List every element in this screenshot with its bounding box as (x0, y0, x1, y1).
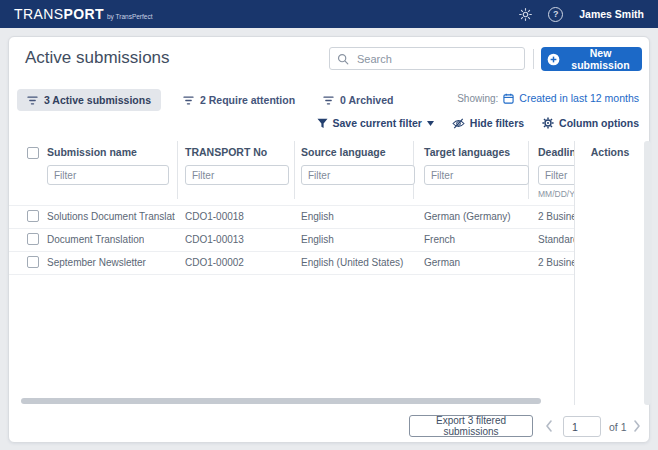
page-number-input[interactable] (563, 416, 601, 437)
hide-filters-button[interactable]: Hide filters (452, 117, 524, 129)
cell-target-languages: German (Germany) (424, 211, 511, 222)
column-separator (177, 141, 178, 199)
chevron-right-icon[interactable] (633, 420, 641, 432)
row-checkbox[interactable] (27, 256, 39, 268)
filter-lines-icon (323, 96, 334, 105)
logo-byline: by TransPerfect (107, 13, 153, 20)
calendar-icon (503, 93, 514, 104)
cell-transport-no: CDO1-00002 (185, 257, 244, 268)
export-button[interactable]: Export 3 filtered submissions (409, 415, 533, 437)
hide-filters-label: Hide filters (470, 117, 524, 129)
question-mark: ? (548, 7, 563, 22)
table-row[interactable]: Solutions Document Translatio... CDO1-00… (9, 206, 651, 229)
table-rows: Solutions Document Translatio... CDO1-00… (9, 205, 651, 275)
tab-label: 3 Active submissions (44, 94, 151, 106)
search-box (329, 47, 525, 70)
filter-input-transport-no[interactable] (185, 165, 289, 185)
filter-lines-icon (183, 96, 194, 105)
new-submission-button[interactable]: New submission (541, 47, 642, 71)
column-header-actions: Actions (575, 146, 645, 158)
top-navbar: TRANSPORT by TransPerfect ? James Smith (0, 0, 658, 28)
filter-input-target-languages[interactable] (424, 165, 529, 185)
cell-deadline: Standard (538, 234, 579, 245)
search-input[interactable] (355, 52, 517, 66)
cell-transport-no: CDO1-00013 (185, 234, 244, 245)
funnel-icon (317, 118, 328, 129)
save-current-filter-label: Save current filter (333, 117, 422, 129)
row-checkbox[interactable] (27, 233, 39, 245)
tab-require-attention[interactable]: 2 Require attention (177, 89, 301, 111)
navbar-right: ? James Smith (519, 7, 644, 22)
help-icon[interactable]: ? (548, 7, 563, 22)
app-logo[interactable]: TRANSPORT by TransPerfect (14, 6, 152, 22)
logo-port: PORT (63, 6, 104, 22)
new-submission-label: New submission (565, 47, 636, 71)
logo-trans: TRANS (14, 6, 63, 22)
vertical-scrollbar[interactable] (644, 141, 651, 405)
column-options-button[interactable]: Column options (542, 117, 639, 129)
cell-submission-name[interactable]: Document Translation (47, 234, 144, 245)
filter-input-source-language[interactable] (301, 165, 415, 185)
column-header-source-language[interactable]: Source language (301, 146, 386, 158)
sun-icon[interactable] (519, 8, 532, 21)
eye-off-icon (452, 118, 465, 129)
active-submissions-panel: Active submissions New submission 3 Acti… (8, 36, 650, 443)
tab-label: 2 Require attention (200, 94, 295, 106)
showing-label: Showing: (457, 93, 498, 104)
column-header-target-languages[interactable]: Target languages (424, 146, 510, 158)
gear-icon (542, 117, 554, 129)
page-count-label: of 1 (609, 421, 627, 433)
tab-label: 0 Archived (340, 94, 393, 106)
search-icon (337, 53, 349, 65)
table-toolbar: Save current filter Hide filters Column … (317, 117, 639, 129)
filter-lines-icon (27, 96, 38, 105)
column-options-label: Column options (559, 117, 639, 129)
caret-down-icon (427, 121, 434, 126)
header-divider (533, 49, 534, 69)
horizontal-scrollbar[interactable] (21, 398, 541, 404)
tab-active-submissions[interactable]: 3 Active submissions (17, 89, 161, 111)
date-range-link[interactable]: Created in last 12 months (519, 92, 639, 104)
plus-circle-icon (547, 53, 560, 66)
cell-target-languages: German (424, 257, 460, 268)
filter-input-submission-name[interactable] (47, 165, 169, 185)
cell-submission-name[interactable]: September Newsletter (47, 257, 146, 268)
submissions-table: Submission name TRANSPORT No Source lang… (9, 141, 651, 405)
user-menu[interactable]: James Smith (579, 8, 644, 20)
table-row[interactable]: Document Translation CDO1-00013 English … (9, 229, 651, 252)
cell-submission-name[interactable]: Solutions Document Translatio... (47, 211, 175, 222)
cell-target-languages: French (424, 234, 455, 245)
row-checkbox[interactable] (27, 210, 39, 222)
cell-source-language: English (United States) (301, 257, 403, 268)
table-row[interactable]: September Newsletter CDO1-00002 English … (9, 252, 651, 275)
column-header-transport-no[interactable]: TRANSPORT No (185, 146, 267, 158)
tab-archived[interactable]: 0 Archived (317, 89, 399, 111)
column-header-submission-name[interactable]: Submission name (47, 146, 137, 158)
showing-filter: Showing: Created in last 12 months (457, 92, 639, 104)
cell-source-language: English (301, 234, 334, 245)
submission-tabs: 3 Active submissions 2 Require attention… (17, 89, 399, 111)
cell-source-language: English (301, 211, 334, 222)
chevron-left-icon[interactable] (545, 420, 553, 432)
column-separator (294, 141, 295, 199)
save-current-filter-button[interactable]: Save current filter (317, 117, 434, 129)
actions-column: Actions (574, 141, 645, 405)
cell-transport-no: CDO1-00018 (185, 211, 244, 222)
page-title: Active submissions (25, 48, 170, 68)
select-all-checkbox[interactable] (27, 147, 39, 159)
